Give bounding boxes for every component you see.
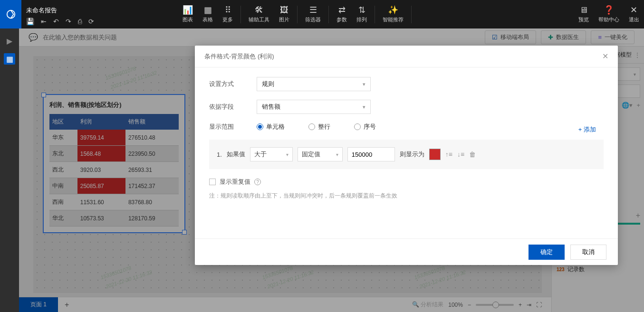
- toolbar-筛选器[interactable]: ☰筛选器: [300, 6, 326, 23]
- field-select[interactable]: 销售额▾: [257, 100, 371, 114]
- toolbar-right: 🖥预览❓帮助中心✕退出: [574, 6, 644, 23]
- toolbar-参数[interactable]: ⇄参数: [332, 6, 352, 23]
- scope-radio-单元格[interactable]: 单元格: [257, 123, 285, 131]
- export-icon[interactable]: ⎙: [78, 18, 82, 25]
- top-header: 未命名报告 💾 ⇤ ↶ ↷ ⎙ ⟳ 📊图表▦表格⠿更多🛠辅助工具🖼图片☰筛选器⇄…: [0, 0, 644, 28]
- app-logo[interactable]: [0, 0, 21, 28]
- modal-title: 条件格式-背景颜色 (利润): [204, 52, 274, 61]
- sidebar-play-icon[interactable]: ▶: [4, 35, 15, 47]
- color-swatch[interactable]: [429, 149, 441, 160]
- sort-desc-icon[interactable]: ↓≡: [457, 151, 464, 158]
- report-title: 未命名报告: [26, 6, 94, 15]
- add-rule-button[interactable]: + 添加: [578, 125, 596, 134]
- cancel-button[interactable]: 取消: [570, 245, 606, 260]
- show-duplicate-checkbox[interactable]: [209, 179, 216, 185]
- back-icon[interactable]: ⇤: [41, 18, 47, 25]
- scope-label: 显示范围: [209, 123, 257, 131]
- rule-type-select[interactable]: 固定值▾: [298, 147, 343, 161]
- scope-radio-整行[interactable]: 整行: [308, 123, 330, 131]
- rule-box: 1. 如果值 大于▾ 固定值▾ 则显示为 ↑≡ ↓≡ 🗑: [209, 140, 604, 169]
- rule-value-input[interactable]: [347, 147, 395, 161]
- toolbar-辅助工具[interactable]: 🛠辅助工具: [244, 6, 274, 23]
- rule-index: 1.: [217, 151, 222, 158]
- toolbar-智能推荐[interactable]: ✨智能推荐: [378, 6, 408, 23]
- left-sidebar: ▶ ▦: [0, 28, 19, 312]
- toolbar-更多[interactable]: ⠿更多: [218, 6, 238, 23]
- rule-note: 注：规则读取顺序由上至下，当规则间冲突时，后一条规则覆盖前一条生效: [209, 192, 604, 200]
- field-label: 依据字段: [209, 103, 257, 111]
- mode-label: 设置方式: [209, 80, 257, 88]
- toolbar-图表[interactable]: 📊图表: [178, 6, 198, 23]
- action-预览[interactable]: 🖥预览: [574, 6, 594, 23]
- sidebar-grid-icon[interactable]: ▦: [4, 53, 15, 65]
- rule-op-select[interactable]: 大于▾: [250, 147, 293, 161]
- conditional-format-modal: 条件格式-背景颜色 (利润) ✕ 设置方式 规则▾ 依据字段 销售额▾ 显示范围…: [195, 46, 618, 265]
- title-quick-actions: 💾 ⇤ ↶ ↷ ⎙ ⟳: [26, 18, 94, 25]
- save-icon[interactable]: 💾: [26, 18, 34, 25]
- toolbar-排列[interactable]: ⇅排列: [352, 6, 372, 23]
- help-icon[interactable]: ?: [254, 179, 261, 185]
- action-帮助中心[interactable]: ❓帮助中心: [594, 6, 624, 23]
- ok-button[interactable]: 确定: [529, 245, 565, 260]
- redo-icon[interactable]: ↷: [66, 18, 71, 25]
- scope-radio-序号[interactable]: 序号: [354, 123, 376, 131]
- toolbar-图片[interactable]: 🖼图片: [274, 6, 294, 23]
- then-label: 则显示为: [400, 150, 424, 159]
- show-duplicate-label: 显示重复值: [220, 178, 250, 186]
- mode-select[interactable]: 规则▾: [257, 77, 371, 91]
- close-icon[interactable]: ✕: [602, 52, 608, 61]
- action-退出[interactable]: ✕退出: [624, 6, 644, 23]
- delete-rule-icon[interactable]: 🗑: [469, 151, 476, 158]
- toolbar-表格[interactable]: ▦表格: [198, 6, 218, 23]
- undo-icon[interactable]: ↶: [53, 18, 59, 25]
- toolbar-center: 📊图表▦表格⠿更多🛠辅助工具🖼图片☰筛选器⇄参数⇅排列✨智能推荐: [175, 6, 412, 23]
- refresh-icon[interactable]: ⟳: [88, 18, 94, 25]
- scope-radio-group: 单元格整行序号: [257, 123, 376, 131]
- if-label: 如果值: [227, 150, 245, 159]
- sort-asc-icon[interactable]: ↑≡: [445, 151, 452, 158]
